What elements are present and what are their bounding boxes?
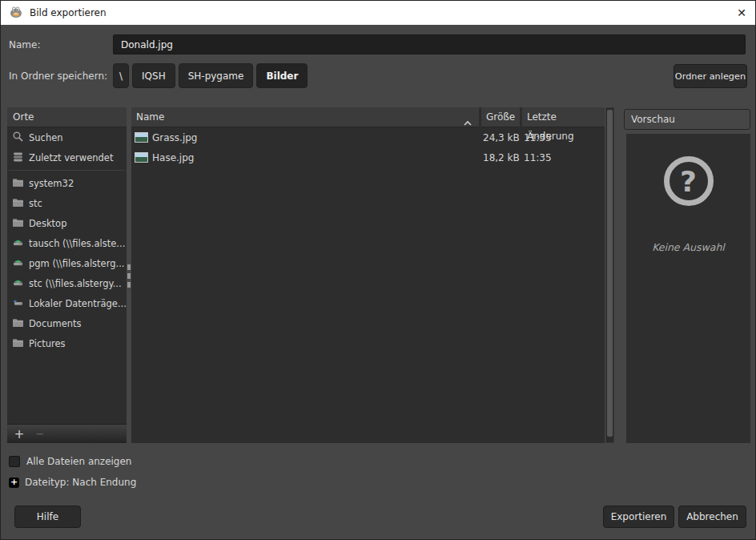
gimp-wilber-icon[interactable] — [9, 6, 23, 21]
places-item-label: tausch (\\files.alste... — [29, 238, 125, 249]
file-list: Name Größe Letzte Änderung Grass.jpg 24,… — [131, 107, 605, 443]
cancel-button[interactable]: Abbrechen — [678, 506, 746, 528]
preview-header: Vorschau — [624, 109, 750, 130]
scrollbar-thumb[interactable] — [607, 110, 613, 437]
places-item-label: Zuletzt verwendet — [29, 152, 113, 163]
places-item-stc[interactable]: stc — [7, 193, 127, 213]
help-button[interactable]: Hilfe — [14, 506, 81, 528]
image-file-icon — [135, 132, 148, 143]
places-item-search[interactable]: Suchen — [7, 127, 127, 147]
file-size: 18,2 kB — [481, 152, 522, 163]
recent-icon — [12, 151, 24, 165]
preview-content: ? Keine Auswahl — [626, 134, 750, 443]
network-drive-icon — [12, 257, 24, 270]
remove-place-button: − — [31, 428, 49, 440]
places-item-label: pgm (\\files.alsterg... — [29, 258, 124, 269]
folder-icon — [12, 317, 24, 330]
breadcrumb-iqsh-button[interactable]: IQSH — [132, 63, 175, 88]
file-modified: 11:35 — [522, 152, 605, 163]
places-item-label: Suchen — [29, 132, 63, 143]
places-toolbar: + − — [7, 424, 127, 443]
show-all-files-option[interactable]: Alle Dateien anzeigen — [9, 456, 131, 467]
places-item-stc-share[interactable]: stc (\\files.alstergy... — [7, 273, 127, 293]
filename-input[interactable] — [113, 34, 746, 54]
breadcrumb-root-button[interactable]: \ — [113, 63, 129, 88]
places-item-label: Lokaler Datenträge... — [29, 298, 127, 309]
places-panel: Orte Suchen Zuletzt verwendet system32 s… — [7, 107, 127, 443]
places-item-label: stc — [29, 198, 42, 209]
places-item-documents[interactable]: Documents — [7, 313, 127, 333]
export-button[interactable]: Exportieren — [603, 506, 674, 528]
image-file-icon — [135, 152, 148, 163]
places-item-label: Desktop — [29, 218, 66, 229]
close-icon[interactable]: ✕ — [737, 6, 746, 20]
places-item-local-drive[interactable]: Lokaler Datenträge... — [7, 293, 127, 313]
file-name: Hase.jpg — [152, 152, 194, 163]
places-item-label: stc (\\files.alstergy... — [29, 278, 122, 289]
titlebar[interactable]: Bild exportieren ✕ — [1, 1, 756, 25]
folder-icon — [12, 197, 24, 210]
save-in-folder-label: In Ordner speichern: — [9, 71, 107, 82]
local-drive-icon — [12, 297, 24, 310]
search-icon — [12, 131, 24, 145]
breadcrumb: \ IQSH SH-pygame Bilder — [113, 63, 308, 88]
places-item-label: system32 — [29, 178, 74, 189]
show-all-files-checkbox[interactable] — [9, 456, 20, 467]
network-drive-icon — [12, 277, 24, 290]
places-item-label: Documents — [29, 318, 82, 329]
places-item-label: Pictures — [29, 338, 66, 349]
sort-ascending-icon — [463, 114, 472, 133]
breadcrumb-bilder-button[interactable]: Bilder — [256, 63, 308, 88]
window-title: Bild exportieren — [30, 7, 107, 18]
places-item-pgm-share[interactable]: pgm (\\files.alsterg... — [7, 253, 127, 273]
column-header-size[interactable]: Größe — [481, 107, 520, 127]
filetype-label: Dateityp: Nach Endung — [25, 477, 136, 488]
filetype-expander[interactable]: + Dateityp: Nach Endung — [9, 477, 136, 488]
resize-grip-dots — [127, 264, 131, 291]
no-selection-text: Keine Auswahl — [626, 241, 750, 253]
folder-icon — [12, 177, 24, 190]
expander-plus-icon[interactable]: + — [9, 478, 19, 488]
column-header-modified[interactable]: Letzte Änderung — [522, 107, 605, 127]
places-item-desktop[interactable]: Desktop — [7, 213, 127, 233]
file-row-hase[interactable]: Hase.jpg 18,2 kB 11:35 — [131, 147, 605, 167]
name-label: Name: — [9, 39, 40, 50]
places-header: Orte — [7, 107, 127, 127]
places-item-pictures[interactable]: Pictures — [7, 333, 127, 353]
places-item-system32[interactable]: system32 — [7, 173, 127, 193]
preview-panel: Vorschau ? Keine Auswahl — [617, 107, 751, 443]
folder-icon — [12, 337, 24, 350]
question-mark-icon: ? — [664, 156, 714, 206]
folder-icon — [12, 217, 24, 230]
export-image-dialog: { "window": { "title": "Bild exportieren… — [0, 0, 756, 540]
places-item-tausch-share[interactable]: tausch (\\files.alste... — [7, 233, 127, 253]
show-all-files-label: Alle Dateien anzeigen — [26, 456, 131, 467]
add-place-button[interactable]: + — [7, 427, 31, 441]
places-separator — [7, 167, 127, 173]
file-list-scrollbar[interactable] — [605, 107, 614, 443]
create-folder-button[interactable]: Ordner anlegen — [674, 64, 747, 88]
file-list-header: Name Größe Letzte Änderung — [131, 107, 605, 127]
network-drive-icon — [12, 237, 24, 250]
breadcrumb-sh-pygame-button[interactable]: SH-pygame — [179, 63, 254, 88]
places-item-recent[interactable]: Zuletzt verwendet — [7, 147, 127, 167]
column-header-name-label: Name — [136, 111, 164, 123]
file-size: 24,3 kB — [481, 132, 522, 143]
file-name: Grass.jpg — [152, 132, 197, 143]
column-header-name[interactable]: Name — [131, 107, 479, 127]
